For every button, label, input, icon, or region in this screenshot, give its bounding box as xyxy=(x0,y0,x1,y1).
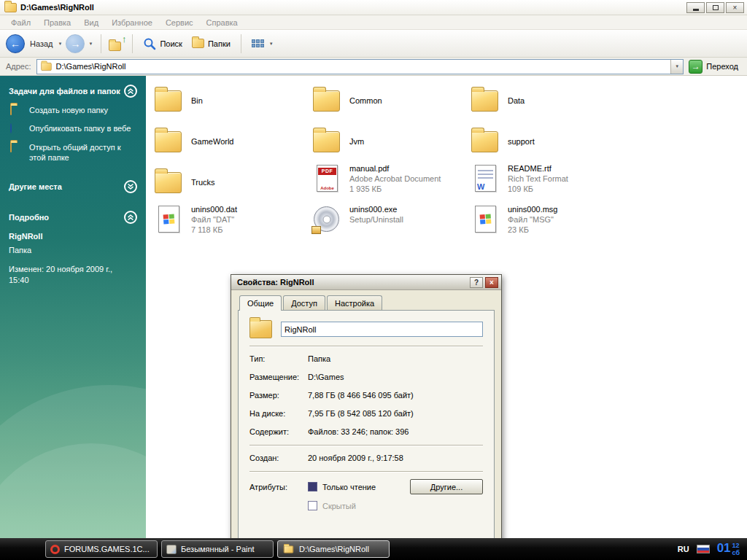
readonly-checkbox[interactable] xyxy=(308,482,317,491)
back-label: Назад xyxy=(30,39,53,48)
property-row-size: Размер: 7,88 ГБ (8 466 546 095 байт) xyxy=(249,390,483,401)
toolbar-separator xyxy=(132,34,133,53)
collapse-chevron-icon[interactable] xyxy=(124,211,137,224)
address-combo[interactable]: ▼ xyxy=(36,59,684,74)
folders-label: Папки xyxy=(208,39,231,48)
msg-file-icon xyxy=(470,204,502,235)
window-title: D:\Games\RigNRoll xyxy=(20,3,686,12)
property-row-location: Размещение: D:\Games xyxy=(249,372,483,383)
forward-button[interactable]: → ▼ xyxy=(66,34,94,53)
folders-button[interactable]: Папки xyxy=(188,36,234,50)
folder-icon xyxy=(153,85,185,116)
file-item-manual-pdf[interactable]: PDF Adobe manual.pdf Adobe Acrobat Docum… xyxy=(311,162,470,203)
tray-clock[interactable]: 01 12 сб xyxy=(717,542,740,556)
views-button[interactable]: ▼ xyxy=(248,37,279,50)
taskbar-item-explorer[interactable]: D:\Games\RigNRoll xyxy=(277,540,390,558)
dialog-close-button[interactable]: × xyxy=(485,277,498,288)
folder-icon xyxy=(311,126,344,157)
address-dropdown-icon: ▼ xyxy=(675,64,679,69)
go-icon: → xyxy=(689,60,703,74)
details-title: Подробно xyxy=(9,213,49,222)
other-places-title: Другие места xyxy=(9,182,62,191)
details-modified-line1: Изменен: 20 ноября 2009 г., xyxy=(9,264,137,275)
language-indicator[interactable]: RU xyxy=(678,545,689,553)
hidden-label: Скрытый xyxy=(322,502,356,510)
readonly-label: Только чтение xyxy=(322,483,376,491)
minimize-button[interactable] xyxy=(686,2,705,13)
file-item-trucks[interactable]: Trucks xyxy=(153,162,311,203)
folder-icon xyxy=(153,167,185,198)
back-button[interactable]: ← Назад ▼ xyxy=(6,34,63,53)
details-content: RigNRoll Папка Изменен: 20 ноября 2009 г… xyxy=(9,231,137,287)
new-folder-icon xyxy=(10,105,23,114)
section-file-tasks: Задачи для файлов и папок Создать новую … xyxy=(9,85,137,163)
go-label: Переход xyxy=(706,62,738,71)
dialog-title: Свойства: RigNRoll xyxy=(237,278,468,287)
menu-favorites[interactable]: Избранное xyxy=(105,18,159,27)
system-tray: RU 01 12 сб xyxy=(678,542,747,556)
file-item-unins000-exe[interactable]: unins000.exe Setup/Uninstall xyxy=(311,203,470,244)
file-tasks-header[interactable]: Задачи для файлов и папок xyxy=(9,85,137,98)
property-row-type: Тип: Папка xyxy=(249,354,483,365)
file-item-bin[interactable]: Bin xyxy=(153,80,311,121)
hidden-checkbox[interactable] xyxy=(308,501,317,510)
menu-bar: Файл Правка Вид Избранное Сервис Справка xyxy=(0,15,747,30)
details-header[interactable]: Подробно xyxy=(9,211,137,224)
help-icon: ? xyxy=(474,279,479,287)
up-folder-icon xyxy=(109,42,121,51)
dialog-help-button[interactable]: ? xyxy=(470,277,483,288)
file-item-gameworld[interactable]: GameWorld xyxy=(153,121,311,162)
collapse-chevron-icon[interactable] xyxy=(124,85,137,98)
taskbar-item-paint[interactable]: Безымянный - Paint xyxy=(161,540,274,558)
up-button[interactable]: ↑ xyxy=(108,35,125,52)
task-new-folder[interactable]: Создать новую папку xyxy=(10,105,137,115)
folder-name-input[interactable] xyxy=(281,322,483,337)
up-arrow-icon: ↑ xyxy=(122,34,127,44)
dialog-body: Общие Доступ Настройка Тип: Папка Размещ… xyxy=(231,290,501,559)
pdf-icon: PDF Adobe xyxy=(311,163,344,194)
file-item-readme-rtf[interactable]: W README.rtf Rich Text Format 109 КБ xyxy=(470,162,628,203)
menu-tools[interactable]: Сервис xyxy=(159,18,200,27)
search-button[interactable]: Поиск xyxy=(139,35,185,52)
tab-sharing[interactable]: Доступ xyxy=(283,295,325,310)
file-item-unins000-msg[interactable]: unins000.msg Файл "MSG" 23 КБ xyxy=(470,203,628,244)
paint-icon xyxy=(166,545,177,554)
expand-chevron-icon[interactable] xyxy=(124,180,137,193)
folder-icon xyxy=(470,126,502,157)
dat-file-icon xyxy=(153,204,185,235)
files-grid: Bin Common Data GameWorld xyxy=(153,80,628,244)
toolbar-separator xyxy=(241,34,241,53)
other-attributes-button[interactable]: Другие... xyxy=(410,479,483,494)
menu-help[interactable]: Справка xyxy=(200,18,244,27)
menu-view[interactable]: Вид xyxy=(77,18,105,27)
address-input[interactable] xyxy=(56,62,667,71)
task-publish-web[interactable]: Опубликовать папку в вебе xyxy=(10,123,137,133)
tab-general[interactable]: Общие xyxy=(239,295,282,311)
file-item-data[interactable]: Data xyxy=(470,80,628,121)
forward-dropdown-icon[interactable]: ▼ xyxy=(88,42,93,46)
restore-icon xyxy=(713,5,719,10)
menu-edit[interactable]: Правка xyxy=(37,18,77,27)
folder-icon xyxy=(284,545,294,553)
hidden-attribute-row: Скрытый xyxy=(249,501,483,510)
file-item-jvm[interactable]: Jvm xyxy=(311,121,470,162)
minimize-icon xyxy=(693,9,699,11)
globe-icon xyxy=(10,123,23,133)
address-dropdown-button[interactable]: ▼ xyxy=(670,60,683,74)
tab-customize[interactable]: Настройка xyxy=(327,295,382,310)
toolbar: ← Назад ▼ → ▼ ↑ Поиск xyxy=(0,30,747,58)
restore-button[interactable] xyxy=(706,2,724,13)
back-dropdown-icon[interactable]: ▼ xyxy=(58,42,63,46)
other-places-header[interactable]: Другие места xyxy=(9,180,137,193)
menu-file[interactable]: Файл xyxy=(4,18,37,27)
task-share-folder[interactable]: Открыть общий доступ к этой папке xyxy=(10,142,137,163)
file-item-unins000-dat[interactable]: unins000.dat Файл "DAT" 7 118 КБ xyxy=(153,203,311,244)
close-icon: × xyxy=(733,4,738,12)
go-button[interactable]: → Переход xyxy=(689,60,741,74)
taskbar-item-opera[interactable]: FORUMS.GAMES.1C... xyxy=(45,540,158,558)
russian-flag-icon[interactable] xyxy=(697,545,710,553)
file-item-support[interactable]: support xyxy=(470,121,628,162)
close-button[interactable]: × xyxy=(726,2,744,13)
share-folder-icon xyxy=(10,142,23,152)
file-item-common[interactable]: Common xyxy=(311,80,470,121)
